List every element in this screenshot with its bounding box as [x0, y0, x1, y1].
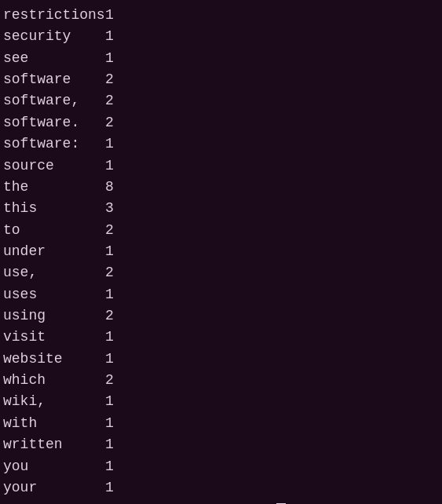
word-cell: you — [3, 456, 105, 477]
word-cell: software, — [3, 90, 105, 111]
word-cell: your — [3, 477, 105, 499]
terminal-row: security1 — [3, 26, 439, 47]
word-cell: using — [3, 305, 105, 327]
count-cell: 1 — [105, 5, 114, 26]
count-cell: 2 — [105, 262, 114, 283]
terminal-prompt-line: hadoop@ubuntu:/usr/local/hadoop$ — [3, 500, 439, 504]
word-cell: website — [3, 349, 105, 370]
terminal-row: using2 — [3, 305, 439, 327]
count-cell: 1 — [105, 133, 114, 155]
count-cell: 2 — [105, 305, 114, 327]
terminal-row: written1 — [3, 434, 439, 455]
terminal-row: to2 — [3, 220, 439, 241]
word-cell: written — [3, 434, 105, 455]
count-cell: 1 — [105, 241, 114, 262]
count-cell: 1 — [105, 155, 114, 177]
terminal-row: which2 — [3, 370, 439, 391]
word-cell: see — [3, 48, 105, 69]
terminal-row: your1 — [3, 477, 439, 499]
count-cell: 2 — [105, 69, 114, 90]
terminal-row: you1 — [3, 456, 439, 477]
terminal-row: under1 — [3, 241, 439, 262]
count-cell: 1 — [105, 413, 114, 434]
terminal-row: uses1 — [3, 284, 439, 305]
count-cell: 1 — [105, 26, 114, 47]
word-cell: this — [3, 198, 105, 219]
count-cell: 2 — [105, 220, 114, 241]
terminal-row: the8 — [3, 177, 439, 198]
terminal-row: website1 — [3, 349, 439, 370]
terminal-row: restrictions1 — [3, 5, 439, 26]
terminal-row: wiki,1 — [3, 391, 439, 412]
count-cell: 1 — [105, 434, 114, 455]
terminal-row: source1 — [3, 155, 439, 177]
word-cell: visit — [3, 327, 105, 348]
terminal-row: with1 — [3, 413, 439, 434]
terminal-row: software:1 — [3, 133, 439, 155]
terminal-row: software,2 — [3, 90, 439, 111]
terminal-output: restrictions1security1see1software2softw… — [3, 5, 439, 499]
count-cell: 8 — [105, 177, 114, 198]
count-cell: 1 — [105, 349, 114, 370]
word-cell: under — [3, 241, 105, 262]
terminal-row: use,2 — [3, 262, 439, 283]
word-cell: software: — [3, 133, 105, 155]
terminal-row: software2 — [3, 69, 439, 90]
word-cell: source — [3, 155, 105, 177]
count-cell: 2 — [105, 370, 114, 391]
count-cell: 1 — [105, 456, 114, 477]
word-cell: the — [3, 177, 105, 198]
terminal-row: visit1 — [3, 327, 439, 348]
word-cell: wiki, — [3, 391, 105, 412]
count-cell: 1 — [105, 48, 114, 69]
terminal-row: software.2 — [3, 112, 439, 133]
count-cell: 3 — [105, 198, 114, 219]
terminal-row: see1 — [3, 48, 439, 69]
count-cell: 1 — [105, 327, 114, 348]
count-cell: 1 — [105, 477, 114, 499]
count-cell: 1 — [105, 284, 114, 305]
word-cell: to — [3, 220, 105, 241]
word-cell: software. — [3, 112, 105, 133]
terminal-prompt: hadoop@ubuntu:/usr/local/hadoop$ — [3, 500, 275, 504]
count-cell: 2 — [105, 90, 114, 111]
word-cell: restrictions — [3, 5, 105, 26]
terminal-row: this3 — [3, 198, 439, 219]
word-cell: software — [3, 69, 105, 90]
count-cell: 2 — [105, 112, 114, 133]
word-cell: security — [3, 26, 105, 47]
word-cell: uses — [3, 284, 105, 305]
word-cell: which — [3, 370, 105, 391]
count-cell: 1 — [105, 391, 114, 412]
word-cell: use, — [3, 262, 105, 283]
terminal-window: restrictions1security1see1software2softw… — [0, 0, 442, 504]
word-cell: with — [3, 413, 105, 434]
